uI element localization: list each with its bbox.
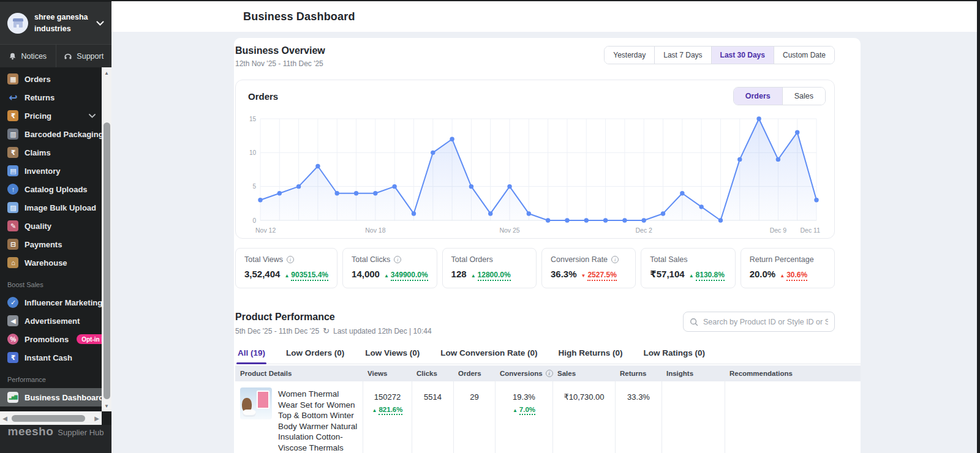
tab-all-19[interactable]: All (19) [236, 345, 266, 364]
scroll-down-arrow-icon[interactable]: ▼ [102, 402, 111, 410]
stat-delta: ▲12800.0% [471, 271, 511, 281]
orders-chart-card: Orders OrdersSales 051015Nov 12Nov 18Nov… [235, 80, 835, 239]
toggle-sales[interactable]: Sales [782, 88, 825, 105]
svg-text:5: 5 [252, 183, 256, 190]
inventory-icon: ▤ [7, 165, 18, 176]
sidebar-item-business-dashboard[interactable]: ▂▅▇Business Dashboard [0, 388, 102, 406]
tab-high-returns-0[interactable]: High Returns (0) [557, 345, 624, 364]
sidebar-item-orders[interactable]: ▦Orders [0, 70, 102, 88]
cell-delta: ▲7.0% [513, 406, 535, 415]
info-icon[interactable]: i [546, 370, 553, 377]
sidebar-item-catalog-uploads[interactable]: ↑Catalog Uploads [0, 180, 102, 198]
sidebar-horizontal-scrollbar[interactable]: ◀ ▶ [0, 411, 102, 425]
sidebar-item-influencer-marketing[interactable]: ✓Influencer Marketing [0, 293, 102, 312]
svg-text:10: 10 [249, 149, 257, 156]
summary-stats-row: Total Viewsi3,52,404▲903515.4%Total Clic… [235, 248, 835, 288]
sidebar-vertical-scrollbar[interactable]: ▲ ▼ [102, 67, 111, 411]
stat-label: Conversion Ratei [551, 255, 627, 264]
column-header-recommendations: Recommendations [725, 370, 861, 377]
product-title: Women Thermal Wear Set for Women Top & B… [278, 387, 359, 453]
table-header-row: Product DetailsViewsClicksOrdersConversi… [235, 365, 861, 381]
sidebar-item-label: Advertisement [24, 316, 80, 326]
svg-text:Nov 25: Nov 25 [499, 226, 519, 234]
account-switcher[interactable]: shree ganesha industries [0, 2, 111, 44]
info-icon[interactable]: i [394, 256, 401, 263]
stat-card-conversion-rate: Conversion Ratei36.3%▼2527.5% [541, 248, 636, 288]
sidebar-item-claims[interactable]: ₹Claims [0, 143, 102, 162]
sidebar-item-returns[interactable]: ↩Returns [0, 88, 102, 107]
stat-value-row: 36.3%▼2527.5% [551, 269, 627, 281]
orders-sales-toggle: OrdersSales [733, 87, 826, 105]
sidebar-item-warehouse[interactable]: ⌂Warehouse [0, 253, 102, 272]
stat-value: 128 [451, 269, 467, 279]
stat-value-row: ₹57,104▲8130.8% [650, 269, 726, 281]
warehouse-icon: ⌂ [7, 257, 18, 268]
stat-label-text: Total Views [244, 255, 283, 264]
stat-value: ₹57,104 [650, 269, 684, 280]
product-search[interactable] [683, 312, 835, 332]
stat-label-text: Return Percentage [750, 255, 814, 264]
support-button[interactable]: Support [56, 45, 112, 67]
info-icon[interactable]: i [611, 256, 619, 263]
page-title: Business Dashboard [243, 10, 355, 23]
sidebar-item-instant-cash[interactable]: ₹Instant Cash [0, 348, 102, 367]
toggle-orders[interactable]: Orders [734, 88, 782, 105]
sidebar-item-barcoded-packaging[interactable]: ▥Barcoded Packaging [0, 125, 102, 143]
column-header-product-details: Product Details [235, 370, 363, 377]
range-button-last-30-days[interactable]: Last 30 Days [711, 47, 774, 64]
megaphone-icon: ◀ [7, 315, 18, 326]
triangle-up-icon: ▲ [384, 273, 389, 279]
column-header-label: Orders [458, 370, 481, 377]
opt-in-live-badge: Opt-in Live [77, 334, 102, 344]
scroll-right-arrow-icon[interactable]: ▶ [92, 411, 102, 425]
triangle-up-icon: ▲ [689, 273, 694, 279]
sidebar-item-inventory[interactable]: ▤Inventory [0, 162, 102, 180]
sidebar-item-image-bulk-upload[interactable]: ▨Image Bulk Upload [0, 198, 102, 217]
product-performance-title: Product Performance [235, 312, 432, 323]
range-button-custom-date[interactable]: Custom Date [774, 47, 834, 64]
company-avatar [7, 13, 28, 34]
tab-low-views-0[interactable]: Low Views (0) [364, 345, 421, 364]
sidebar-item-advertisement[interactable]: ◀Advertisement [0, 312, 102, 330]
stat-label: Total Sales [650, 255, 726, 264]
cell-insights [662, 381, 725, 453]
cash-icon: ₹ [7, 352, 18, 363]
search-icon [690, 318, 698, 326]
column-header-conversions: Conversionsi [495, 370, 552, 377]
column-header-label: Returns [620, 370, 646, 377]
scroll-left-arrow-icon[interactable]: ◀ [0, 411, 10, 425]
tab-low-conversion-rate-0[interactable]: Low Conversion Rate (0) [439, 345, 538, 364]
cell-product-details: Women Thermal Wear Set for Women Top & B… [235, 381, 363, 453]
tab-low-ratings-0[interactable]: Low Ratings (0) [643, 345, 707, 364]
search-input[interactable] [703, 318, 828, 326]
info-icon[interactable]: i [287, 256, 294, 263]
range-button-yesterday[interactable]: Yesterday [605, 47, 654, 64]
stat-delta: ▼2527.5% [581, 271, 617, 281]
sidebar-item-label: Catalog Uploads [24, 185, 88, 194]
range-button-last-7-days[interactable]: Last 7 Days [654, 47, 710, 64]
sidebar-item-promotions[interactable]: %PromotionsOpt-in Live [0, 330, 102, 348]
sidebar-item-quality[interactable]: ✎Quality [0, 217, 102, 235]
product-box-graphic [257, 391, 270, 409]
refresh-icon[interactable]: ↻ [323, 326, 330, 335]
notices-button[interactable]: Notices [0, 45, 56, 67]
horizontal-scroll-thumb[interactable] [12, 415, 85, 422]
sidebar-item-label: Orders [24, 75, 51, 84]
dashboard-content: Business Overview 12th Nov '25 - 11th De… [234, 38, 861, 453]
quality-icon: ✎ [7, 220, 18, 231]
conversions-value: 19.3% [496, 392, 552, 402]
sidebar-item-payments[interactable]: ⊟Payments [0, 235, 102, 253]
sidebar-item-label: Pricing [24, 111, 51, 121]
stat-card-total-orders: Total Orders128▲12800.0% [442, 248, 537, 288]
vertical-scroll-thumb[interactable] [104, 122, 110, 399]
bar-chart-icon: ▂▅▇ [7, 392, 18, 403]
table-row[interactable]: Women Thermal Wear Set for Women Top & B… [235, 381, 861, 453]
sidebar-item-label: Quality [24, 222, 51, 231]
stat-value: 3,52,404 [244, 269, 280, 279]
cell-delta-value: 821.6% [379, 406, 402, 415]
scroll-up-arrow-icon[interactable]: ▲ [102, 69, 111, 77]
column-header-label: Product Details [240, 370, 292, 377]
sidebar-item-label: Image Bulk Upload [24, 203, 96, 212]
sidebar-item-pricing[interactable]: ₹Pricing [0, 107, 102, 125]
tab-low-orders-0[interactable]: Low Orders (0) [285, 345, 345, 364]
